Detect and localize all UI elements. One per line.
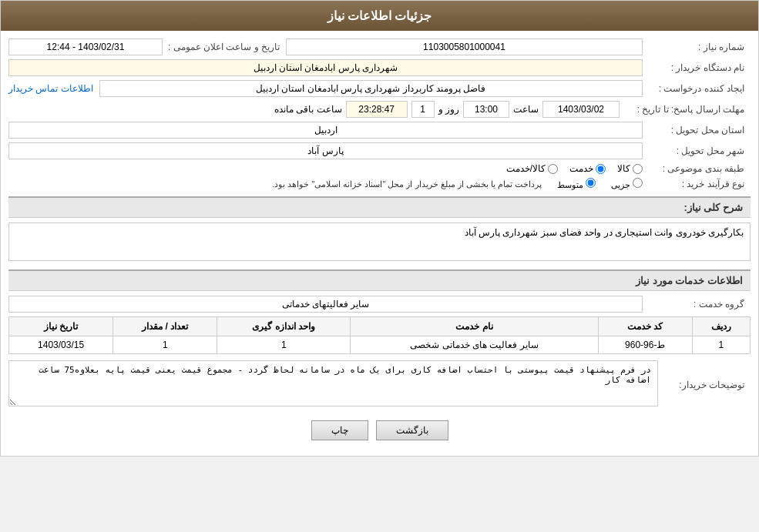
buyer-org-label: نام دستگاه خریدار : (643, 62, 751, 73)
cell-row: 1 (692, 336, 750, 354)
process-radio-medium[interactable] (586, 178, 596, 188)
need-description-section-title: شرح کلی نیاز: (8, 196, 751, 218)
table-row: 1 ط-96-960 سایر فعالیت های خدماتی شخصی 1… (9, 336, 751, 354)
services-section-title: اطلاعات خدمات مورد نیاز (8, 269, 751, 291)
category-option-both[interactable]: کالا/خدمت (506, 163, 558, 174)
cell-date: 1403/03/15 (9, 336, 113, 354)
category-radio-service[interactable] (596, 164, 606, 174)
process-type-container: جزیی متوسط پرداخت تمام یا بخشی از مبلغ خ… (8, 178, 643, 190)
deadline-time: 13:00 (463, 101, 509, 118)
category-radio-group: کالا خدمت کالا/خدمت (8, 163, 643, 174)
deadline-label: مهلت ارسال پاسخ: تا تاریخ : (620, 104, 751, 115)
print-button[interactable]: چاپ (311, 420, 368, 440)
services-table: ردیف کد خدمت نام خدمت واحد اندازه گیری ت… (8, 316, 751, 354)
need-number-label: شماره نیاز : (643, 42, 751, 52)
deadline-remaining: 23:28:47 (346, 101, 408, 118)
need-number-value: 1103005801000041 (286, 38, 643, 55)
category-option-service[interactable]: خدمت (569, 163, 606, 174)
back-button[interactable]: بازگشت (376, 420, 448, 440)
process-label: نوع فرآیند خرید : (643, 179, 751, 189)
col-header-unit: واحد اندازه گیری (217, 317, 351, 336)
process-radio-small[interactable] (633, 178, 643, 188)
page-header: جزئیات اطلاعات نیاز (1, 1, 758, 31)
header-title: جزئیات اطلاعات نیاز (327, 9, 432, 22)
category-radio-both[interactable] (548, 164, 558, 174)
cell-qty: 1 (113, 336, 217, 354)
col-header-qty: تعداد / مقدار (113, 317, 217, 336)
buttons-row: بازگشت چاپ (8, 420, 751, 440)
deadline-days: 1 (411, 101, 435, 118)
category-label: طبقه بندی موضوعی : (643, 163, 751, 174)
buyer-notes-label: توضیحات خریدار: (658, 380, 751, 390)
announce-datetime-value: 1403/02/31 - 12:44 (8, 38, 163, 55)
process-description: پرداخت تمام یا بخشی از مبلغ خریدار از مح… (272, 179, 542, 189)
need-description-textarea[interactable] (8, 223, 751, 261)
city-value: پارس آباد (8, 142, 643, 159)
announce-datetime-label: تاریخ و ساعت اعلان عمومی : (163, 42, 286, 52)
deadline-remaining-label: ساعت باقی مانده (274, 104, 342, 115)
deadline-day-label: روز و (438, 104, 459, 115)
col-header-row: ردیف (692, 317, 750, 336)
deadline-date: 1403/03/02 (542, 101, 620, 118)
deadline-time-label: ساعت (513, 104, 539, 115)
process-option-small[interactable]: جزیی (611, 178, 643, 190)
process-option-medium[interactable]: متوسط (557, 178, 596, 190)
category-option-goods[interactable]: کالا (617, 163, 643, 174)
cell-code: ط-96-960 (598, 336, 692, 354)
col-header-name: نام خدمت (351, 317, 599, 336)
creator-label: ایجاد کننده درخواست : (643, 83, 751, 94)
province-label: استان محل تحویل : (643, 125, 751, 136)
creator-contact-link[interactable]: اطلاعات تماس خریدار (8, 83, 93, 94)
col-header-date: تاریخ نیاز (9, 317, 113, 336)
col-header-code: کد خدمت (598, 317, 692, 336)
buyer-org-value: شهرداری پارس ابادمغان استان اردبیل (8, 59, 643, 76)
city-label: شهر محل تحویل : (643, 146, 751, 156)
cell-unit: 1 (217, 336, 351, 354)
province-value: اردبیل (8, 122, 643, 139)
creator-value: فاضل پرومند کاربرداز شهرداری پارس ابادمغ… (99, 80, 643, 97)
category-radio-goods[interactable] (633, 164, 643, 174)
buyer-notes-textarea[interactable] (8, 360, 658, 407)
cell-name: سایر فعالیت های خدماتی شخصی (351, 336, 599, 354)
service-group-label: گروه خدمت : (643, 299, 751, 309)
service-group-value: سایر فعالیتهای خدماتی (8, 296, 643, 313)
